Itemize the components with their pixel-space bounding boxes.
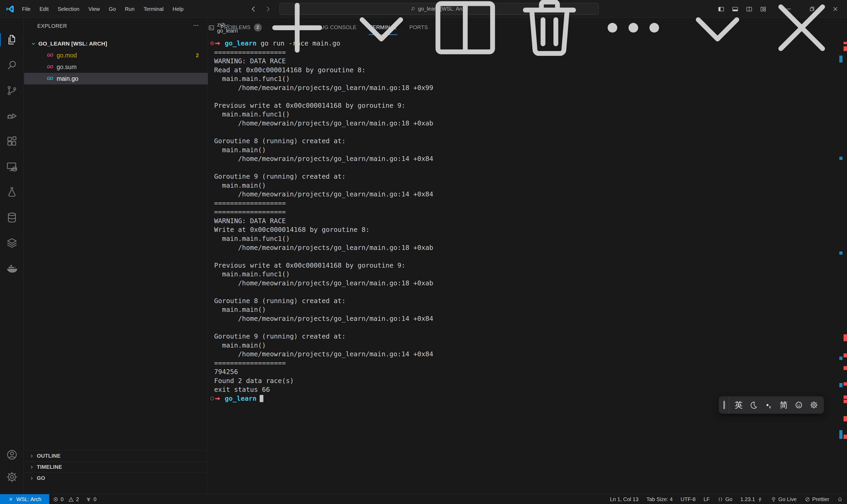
status-bar: WSL: Arch 0 2 0 Ln 1, Col 13Tab Size: 4U… [0,494,847,504]
terminal-output-line: /home/meowrain/projects/go_learn/main.go… [214,350,831,359]
file-row-go-sum[interactable]: GOgo.sum [24,61,208,73]
warning-icon [68,497,74,502]
menu-item-go[interactable]: Go [104,3,121,15]
terminal-output-line: main.main.func1() [214,74,831,84]
terminal-output-line: ================== [214,48,831,57]
ime-settings-icon[interactable] [807,398,821,412]
activity-settings[interactable] [0,468,24,486]
status-go-version[interactable]: 1.23.1 [740,496,763,502]
terminal-output-line: ================== [214,199,831,208]
terminal-output-line [214,128,831,137]
error-decoration-mark [844,382,847,386]
ime-punctuation[interactable]: •, [762,398,776,412]
ime-emoji-icon[interactable] [792,398,806,412]
menu-item-selection[interactable]: Selection [53,3,84,15]
go-file-icon: GO [47,65,53,69]
braces-icon [718,497,723,502]
prompt-arrow-icon [214,41,221,46]
activity-search[interactable] [0,56,24,74]
terminal-output-line: /home/meowrain/projects/go_learn/main.go… [214,279,831,288]
ime-toolbar: 英•,简 [719,397,824,413]
terminal-output-line: ================== [214,208,831,217]
activity-accounts[interactable] [0,446,24,464]
workspace-root-row[interactable]: GO_LEARN [WSL: ARCH] [24,38,208,50]
terminal-output-line: Found 2 data race(s) [214,376,831,385]
menu-item-edit[interactable]: Edit [35,3,53,15]
terminal-output-line: ================== [214,359,831,368]
radio-tower-icon [86,497,91,502]
status-language-mode[interactable]: Go [718,496,733,502]
status-label: Ln 1, Col 13 [610,496,638,502]
menu-item-run[interactable]: Run [121,3,139,15]
activity-database[interactable] [0,208,24,227]
menu-item-file[interactable]: File [17,3,35,15]
error-decoration-mark [844,416,847,421]
status-eol[interactable]: LF [704,496,710,502]
terminal-output-line [214,163,831,172]
sidebar-sections: OUTLINETIMELINEGO [24,450,208,484]
activity-docker[interactable] [0,259,24,278]
terminal-cursor [260,395,263,402]
terminal[interactable]: go_learn go run -race main.go===========… [214,39,831,494]
terminal-shell-select[interactable]: zsh - go_learn [208,22,250,34]
status-go-live[interactable]: Go Live [771,496,797,502]
terminal-output-line: main.main() [214,181,831,190]
status-prettier[interactable]: Prettier [805,496,829,502]
file-row-main-go[interactable]: GOmain.go [24,73,208,85]
section-outline[interactable]: OUTLINE [24,450,208,462]
activity-layers[interactable] [0,234,24,252]
moon-icon [749,401,758,409]
command-decoration-mark [839,157,843,160]
back-arrow-icon[interactable] [250,5,257,13]
ime-theme-moon-icon[interactable] [747,398,760,412]
section-go[interactable]: GO [24,472,208,484]
activity-testing[interactable] [0,183,24,201]
status-label: Go Live [778,496,797,502]
status-tab-size[interactable]: Tab Size: 4 [646,496,672,502]
ime-simplified-chinese[interactable]: 简 [777,398,791,412]
terminal-output-line: main.main() [214,305,831,314]
terminal-output-line: /home/meowrain/projects/go_learn/main.go… [214,243,831,252]
status-notifications[interactable] [837,497,843,502]
activity-source-control[interactable] [0,81,24,100]
problems-badge: 2 [196,52,199,58]
command-decoration-mark [839,383,843,387]
status-encoding[interactable]: UTF-8 [681,496,696,502]
docker-icon [6,262,18,274]
menu-item-view[interactable]: View [84,3,104,15]
terminal-icon [208,24,214,31]
ime-handle[interactable] [723,401,725,409]
ime-language-english[interactable]: 英 [732,398,745,412]
chevron-right-icon [30,476,34,481]
menu-item-terminal[interactable]: Terminal [139,3,168,15]
error-decoration-mark [844,400,847,403]
error-decoration-mark [844,435,847,439]
activity-explorer[interactable] [0,31,24,49]
more-actions-icon[interactable] [193,22,199,29]
slash-circle-icon [805,497,810,502]
command-decoration-mark [839,357,843,360]
statusbar-left: 0 2 0 [53,494,96,504]
error-decoration-mark [844,42,847,44]
status-cursor-position[interactable]: Ln 1, Col 13 [610,496,638,502]
ports-indicator[interactable]: 0 [86,496,96,502]
activity-extensions[interactable] [0,132,24,150]
file-row-go-mod[interactable]: GOgo.mod2 [24,50,208,61]
section-label: GO [37,475,45,481]
activity-remote-explorer[interactable] [0,158,24,176]
prompt-cwd: go_learn [225,39,256,47]
terminal-output-line: exit status 66 [214,385,831,394]
error-decoration-mark [844,354,847,357]
layers-icon [6,237,18,249]
file-name: go.mod [57,52,77,59]
terminal-output-line: /home/meowrain/projects/go_learn/main.go… [214,190,831,199]
menu-item-help[interactable]: Help [168,3,188,15]
problems-summary[interactable]: 0 2 [53,496,79,502]
activity-run-debug[interactable] [0,107,24,125]
remote-indicator[interactable]: WSL: Arch [0,494,49,504]
terminal-output-line [214,252,831,261]
terminal-output-line [214,287,831,296]
section-timeline[interactable]: TIMELINE [24,462,208,472]
status-label: Prettier [812,496,829,502]
terminal-prompt-line: go_learn go run -race main.go [214,39,831,48]
